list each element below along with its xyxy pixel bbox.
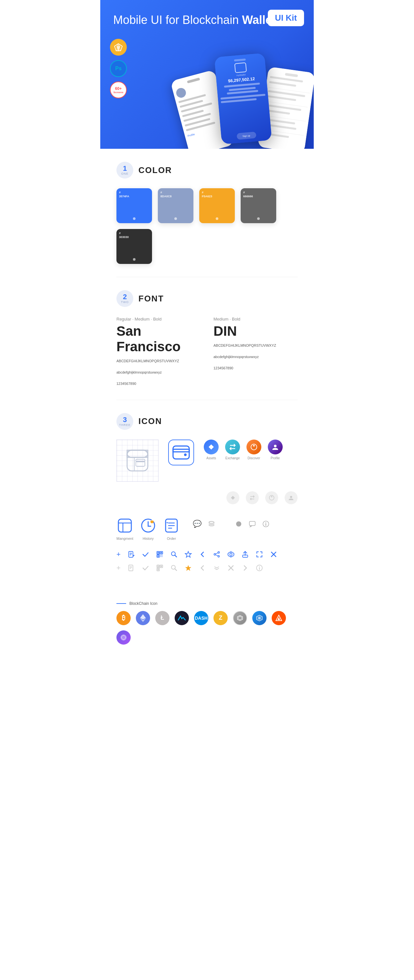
action-icons-ghost: + xyxy=(116,564,298,572)
phone-center: myWallet $6,297,502.12 Sign up xyxy=(215,53,272,144)
icon-section-header: 3 THREE ICON xyxy=(116,413,298,430)
crypto-waves xyxy=(175,611,189,625)
star-active-icon xyxy=(185,565,192,571)
svg-rect-48 xyxy=(161,555,161,556)
arrow-right-ghost-icon xyxy=(242,565,249,571)
stack-icon xyxy=(208,520,215,528)
ghost-assets xyxy=(226,491,239,504)
svg-point-32 xyxy=(209,521,214,523)
info-icon xyxy=(262,520,269,528)
settings-icon xyxy=(228,551,234,558)
svg-rect-23 xyxy=(118,519,131,532)
x-ghost-icon xyxy=(228,565,234,571)
svg-marker-54 xyxy=(185,552,191,557)
svg-marker-19 xyxy=(231,496,235,500)
ui-kit-badge: UI Kit xyxy=(268,10,304,26)
double-arrow-ghost-icon xyxy=(213,565,220,571)
sketch-icon xyxy=(110,39,127,56)
svg-rect-13 xyxy=(173,449,189,452)
action-icons-colored: + xyxy=(116,550,298,558)
color-title: COLOR xyxy=(139,165,172,175)
nav-icon-exchange: Exchange xyxy=(225,439,240,460)
svg-point-57 xyxy=(218,555,219,557)
nav-icon-assets: Assets xyxy=(204,439,219,460)
crypto-icons-row: ₿ Ł DASH Z xyxy=(116,611,298,644)
icon-guide-grid xyxy=(116,439,158,482)
crypto-ltc: Ł xyxy=(155,611,169,625)
color-swatch-blue: #3574FA xyxy=(116,188,152,223)
svg-point-22 xyxy=(290,496,292,498)
color-swatch-orange: #F5A623 xyxy=(199,188,235,223)
close-icon xyxy=(270,551,277,558)
font-san-francisco: Regular · Medium · Bold San Francisco AB… xyxy=(116,317,201,387)
svg-marker-83 xyxy=(140,614,146,619)
svg-line-59 xyxy=(215,555,218,556)
icon-section: 3 THREE ICON xyxy=(100,400,314,595)
svg-rect-49 xyxy=(162,555,162,556)
crypto-powr xyxy=(116,630,131,644)
crypto-xlm xyxy=(233,611,247,625)
svg-rect-34 xyxy=(249,521,255,526)
circle-icon xyxy=(235,520,242,528)
ghost-profile xyxy=(285,491,298,504)
plus-icon: + xyxy=(116,550,121,558)
svg-rect-45 xyxy=(158,552,159,554)
share-icon xyxy=(213,551,220,558)
svg-point-21 xyxy=(271,496,272,498)
chevron-left-ghost-icon xyxy=(199,565,206,571)
svg-marker-77 xyxy=(185,565,191,571)
blockchain-section: BlockChain Icon ₿ Ł DASH Z xyxy=(100,595,314,657)
svg-rect-46 xyxy=(161,552,162,554)
comment-icon xyxy=(249,520,256,528)
color-section-header: 1 ONE COLOR xyxy=(116,162,298,178)
check-icon xyxy=(142,551,149,558)
svg-marker-86 xyxy=(238,616,242,620)
screens-badge: 60+ Screens xyxy=(110,81,127,98)
svg-point-14 xyxy=(184,453,186,456)
font-din: Medium · Bold DIN ABCDEFGHIJKLMNOPQRSTUV… xyxy=(213,317,298,387)
crypto-bat xyxy=(272,611,286,625)
svg-point-37 xyxy=(266,522,266,523)
ghost-exchange xyxy=(246,491,259,504)
crypto-btc: ₿ xyxy=(116,611,131,625)
resize-icon xyxy=(256,551,263,558)
svg-rect-72 xyxy=(158,566,159,567)
mgmt-icon-order: Order xyxy=(163,517,180,541)
svg-line-58 xyxy=(215,553,218,554)
color-swatch-darkgray: #666666 xyxy=(240,188,276,223)
moon-icon xyxy=(221,520,229,528)
svg-point-33 xyxy=(236,521,241,527)
nav-icons-group: Assets Exchange xyxy=(204,439,283,460)
svg-rect-51 xyxy=(162,556,162,557)
svg-rect-6 xyxy=(127,450,148,457)
qr-icon xyxy=(156,551,163,558)
wallet-icon-blue xyxy=(168,439,194,465)
svg-rect-65 xyxy=(129,565,133,571)
svg-point-55 xyxy=(218,552,219,553)
svg-marker-15 xyxy=(209,444,214,450)
section-num-1: 1 ONE xyxy=(116,162,133,178)
svg-point-27 xyxy=(150,520,154,523)
svg-point-17 xyxy=(253,445,255,446)
svg-rect-74 xyxy=(158,569,159,570)
nav-icons-ghost xyxy=(226,491,298,504)
star-icon xyxy=(185,551,192,558)
plus-ghost-icon: + xyxy=(116,564,121,572)
crypto-dash: DASH xyxy=(194,611,208,625)
blockchain-label-line xyxy=(116,603,126,604)
svg-rect-12 xyxy=(173,446,189,459)
icon-title: ICON xyxy=(139,416,162,426)
edit-doc-icon xyxy=(128,551,135,558)
section-num-3: 3 THREE xyxy=(116,413,133,430)
speech-icon: 💬 xyxy=(193,520,202,528)
check-ghost-icon xyxy=(142,565,149,571)
svg-rect-7 xyxy=(127,450,148,457)
svg-point-18 xyxy=(274,445,277,447)
search-ghost-icon xyxy=(170,565,178,571)
misc-icons: 💬 xyxy=(193,517,269,528)
svg-point-56 xyxy=(214,554,215,555)
nav-icon-discover: Discover xyxy=(247,439,261,460)
chevron-left-icon xyxy=(199,551,206,558)
mgmt-icon-management: Mangment xyxy=(116,517,133,541)
font-title: FONT xyxy=(139,294,164,304)
